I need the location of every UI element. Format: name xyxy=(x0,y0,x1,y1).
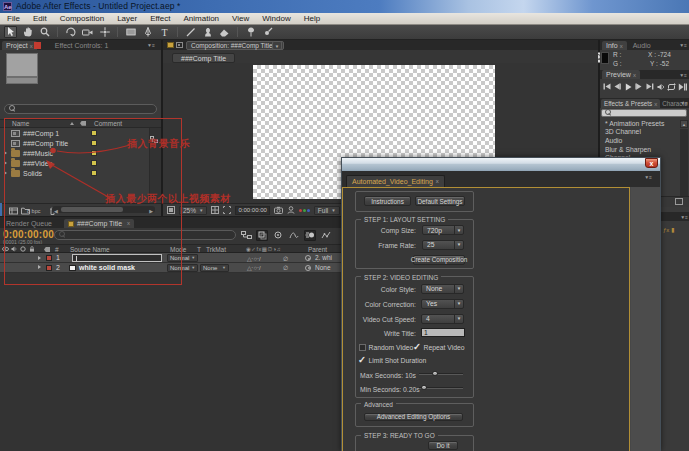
close-icon[interactable]: x xyxy=(30,43,33,49)
hide-shy-layers-icon[interactable] xyxy=(272,230,284,241)
parent-pickwhip-icon[interactable] xyxy=(305,255,311,261)
audio-button[interactable] xyxy=(656,82,665,91)
random-video-checkbox[interactable]: Random Video xyxy=(359,344,413,351)
dialog-titlebar[interactable] xyxy=(342,158,660,171)
show-channel-icon[interactable] xyxy=(299,209,310,212)
menu-item[interactable]: Edit xyxy=(33,14,47,23)
previous-frame-button[interactable] xyxy=(613,82,622,91)
parent-value[interactable]: 2. whi xyxy=(315,254,332,261)
parent-pickwhip-icon[interactable] xyxy=(305,265,311,271)
tab-audio[interactable]: Audio xyxy=(629,41,655,50)
track-camera-tool-icon[interactable] xyxy=(81,26,94,38)
menu-item[interactable]: Help xyxy=(304,14,320,23)
effects-switch-icon[interactable]: ∅ xyxy=(283,264,288,271)
category-label[interactable]: 3D Channel xyxy=(601,128,641,135)
menu-item[interactable]: Animation xyxy=(183,14,219,23)
effects-category-row[interactable]: 3D Channel xyxy=(601,128,689,137)
panel-menu-icon[interactable]: ▼≡ xyxy=(680,214,688,220)
selection-tool-icon[interactable] xyxy=(4,26,17,38)
trkmat-dropdown[interactable]: None▼ xyxy=(200,264,229,272)
write-title-input[interactable]: 1 xyxy=(421,328,465,337)
orbit-camera-tool-icon[interactable] xyxy=(64,26,77,38)
tab-preview[interactable]: Previewx xyxy=(602,70,640,79)
repeat-video-checkbox[interactable]: Repeat Video xyxy=(414,344,465,351)
scroll-up-icon[interactable]: ▲ xyxy=(680,120,688,128)
next-frame-button[interactable] xyxy=(635,82,644,91)
dialog-close-button[interactable]: x xyxy=(645,158,658,168)
new-preset-icon[interactable] xyxy=(675,198,683,205)
effects-category-row[interactable]: Audio xyxy=(601,136,689,145)
show-snapshot-icon[interactable] xyxy=(287,206,295,215)
resolution-dropdown[interactable]: Full▼ xyxy=(314,206,340,215)
panel-menu-icon[interactable]: ▼≡ xyxy=(680,100,688,106)
checkmark-icon[interactable] xyxy=(414,344,421,351)
type-tool-icon[interactable]: T xyxy=(158,26,171,38)
tab-effects-presets[interactable]: Effects & Presetsx xyxy=(601,99,660,108)
graph-editor-icon[interactable] xyxy=(320,230,332,241)
slider-thumb[interactable] xyxy=(432,371,438,377)
effects-switch-icon[interactable]: ∅ xyxy=(283,255,288,262)
comp-breadcrumb[interactable]: ###Comp Title xyxy=(172,53,235,64)
category-label[interactable]: Audio xyxy=(601,137,622,144)
snapshot-icon[interactable] xyxy=(274,206,283,215)
draft-3d-icon[interactable] xyxy=(256,230,268,241)
pen-tool-icon[interactable] xyxy=(141,26,154,38)
comp-current-time[interactable]: 0:00:00:00 xyxy=(235,206,269,215)
do-it-button[interactable]: Do it xyxy=(428,441,458,450)
close-icon[interactable]: x xyxy=(436,176,439,187)
column-parent[interactable]: Parent xyxy=(308,246,327,253)
effects-category-row[interactable]: Blur & Sharpen xyxy=(601,145,689,154)
close-icon[interactable]: x xyxy=(633,72,636,78)
panel-menu-icon[interactable]: ▼≡ xyxy=(147,42,155,48)
composition-tab-dropdown-icon[interactable]: ▼ xyxy=(272,41,282,50)
limit-shot-duration-checkbox[interactable]: Limit Shot Duration xyxy=(359,357,426,364)
grid-guides-icon[interactable] xyxy=(211,206,219,215)
panel-menu-icon[interactable]: ▼≡ xyxy=(679,72,687,78)
brush-tool-icon[interactable] xyxy=(184,26,197,38)
region-of-interest-icon[interactable] xyxy=(223,206,231,215)
checkmark-icon[interactable] xyxy=(359,357,366,364)
create-composition-button[interactable]: Create Composition xyxy=(413,255,465,265)
parent-value[interactable]: None xyxy=(315,264,331,271)
zoom-tool-icon[interactable] xyxy=(38,26,51,38)
checkbox-icon[interactable] xyxy=(359,344,366,351)
clone-stamp-tool-icon[interactable] xyxy=(201,26,214,38)
category-label[interactable]: Blur & Sharpen xyxy=(601,146,651,153)
column-t[interactable]: T xyxy=(197,246,201,253)
tab-info[interactable]: Infox xyxy=(602,41,627,50)
menu-item[interactable]: File xyxy=(7,14,20,23)
pan-behind-tool-icon[interactable] xyxy=(98,26,111,38)
last-frame-button[interactable] xyxy=(645,82,654,91)
project-search-input[interactable] xyxy=(4,104,157,114)
effects-scrollbar[interactable] xyxy=(680,129,688,197)
frame-rate-dropdown[interactable]: 25▼ xyxy=(422,240,464,250)
layer-switches[interactable]: △⋅○⋅/ xyxy=(247,264,261,271)
effects-search-input[interactable] xyxy=(601,109,687,118)
mask-shape-tool-icon[interactable] xyxy=(124,26,137,38)
advanced-editing-options-button[interactable]: Advanced Editing Options xyxy=(364,413,463,422)
instructions-button[interactable]: Instructions xyxy=(364,196,411,206)
menu-item[interactable]: Layer xyxy=(117,14,137,23)
menu-item[interactable]: View xyxy=(232,14,249,23)
menu-item[interactable]: Effect xyxy=(150,14,170,23)
comp-mini-flowchart-icon[interactable] xyxy=(240,230,252,241)
eraser-tool-icon[interactable] xyxy=(218,26,231,38)
menu-item[interactable]: Window xyxy=(262,14,290,23)
close-icon[interactable]: x xyxy=(620,43,623,49)
tab-project[interactable]: Projectx xyxy=(2,41,37,50)
max-seconds-slider[interactable] xyxy=(419,370,463,378)
frame-blending-icon[interactable] xyxy=(288,230,300,241)
play-button[interactable] xyxy=(624,82,633,91)
color-style-dropdown[interactable]: None▼ xyxy=(421,284,464,294)
comp-size-dropdown[interactable]: 720p▼ xyxy=(422,225,464,235)
panel-menu-icon[interactable]: ▼≡ xyxy=(679,42,687,48)
magnification-dropdown[interactable]: 25%▼ xyxy=(179,206,207,215)
puppet-pin-tool-icon[interactable] xyxy=(244,26,257,38)
close-icon[interactable]: x xyxy=(654,101,657,107)
category-label[interactable]: * Animation Presets xyxy=(601,120,664,127)
slider-thumb[interactable] xyxy=(421,385,427,391)
panel-menu-icon[interactable]: ▼≡ xyxy=(644,174,652,180)
ram-preview-button[interactable] xyxy=(678,82,687,91)
video-cut-speed-dropdown[interactable]: 4▼ xyxy=(421,314,464,324)
menu-item[interactable]: Composition xyxy=(60,14,104,23)
